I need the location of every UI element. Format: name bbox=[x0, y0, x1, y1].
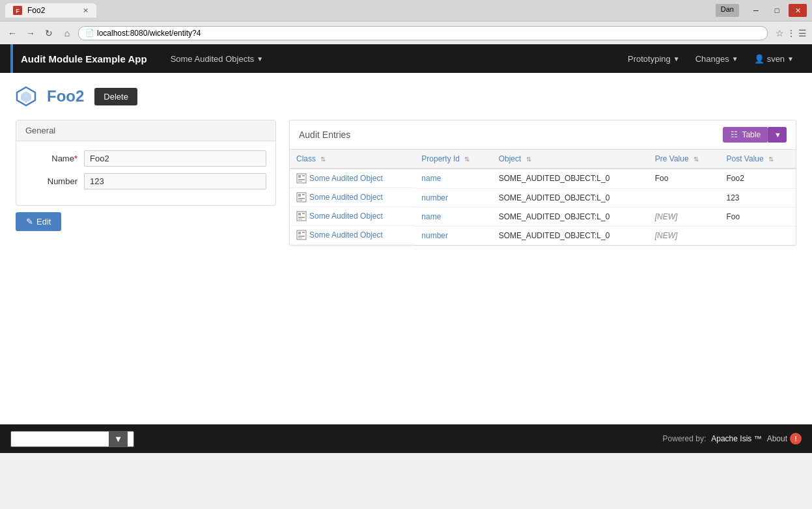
url-bar[interactable]: 📄 localhost:8080/wicket/entity?4 bbox=[78, 26, 768, 40]
edit-icon: ✎ bbox=[26, 217, 33, 227]
col-header-property-id[interactable]: Property Id ⇅ bbox=[415, 150, 492, 169]
svg-rect-18 bbox=[298, 219, 302, 219]
browser-titlebar: F Foo2 ✕ Dan ─ □ ✕ bbox=[0, 0, 812, 21]
cell-class[interactable]: Some Audited Object bbox=[290, 226, 415, 245]
table-view-controls: ☷ Table ▼ bbox=[723, 127, 787, 143]
browser-tab[interactable]: F Foo2 ✕ bbox=[5, 3, 96, 18]
cell-class[interactable]: Some Audited Object bbox=[290, 169, 415, 188]
page-header: Foo2 Delete bbox=[16, 86, 796, 107]
back-btn[interactable]: ← bbox=[5, 26, 20, 40]
nav-changes[interactable]: Changes ▼ bbox=[688, 46, 746, 72]
audit-panel: Audit Entries ☷ Table ▼ Class bbox=[289, 120, 796, 246]
nav-some-audited-objects[interactable]: Some Audited Objects ▼ bbox=[163, 46, 272, 72]
forward-btn[interactable]: → bbox=[23, 26, 38, 40]
svg-rect-12 bbox=[298, 198, 305, 199]
audit-panel-header: Audit Entries ☷ Table ▼ bbox=[290, 120, 796, 150]
svg-rect-10 bbox=[298, 194, 301, 197]
bookmark-icon[interactable]: ☆ bbox=[776, 28, 784, 38]
footer-search-input[interactable] bbox=[11, 432, 109, 446]
number-field-row: Number bbox=[25, 173, 266, 189]
table-row: Some Audited Object number SOME_AUDITED_… bbox=[290, 226, 796, 245]
row-icon bbox=[296, 173, 309, 184]
cell-class[interactable]: Some Audited Object bbox=[290, 188, 415, 207]
apache-isis-label: Apache Isis ™ bbox=[711, 434, 761, 443]
brand-accent bbox=[10, 44, 13, 73]
name-field-row: Name bbox=[25, 150, 266, 167]
table-icon: ☷ bbox=[731, 130, 738, 139]
col-header-object[interactable]: Object ⇅ bbox=[492, 150, 649, 169]
browser-chrome: F Foo2 ✕ Dan ─ □ ✕ ← → ↻ ⌂ 📄 localhost:8… bbox=[0, 0, 812, 44]
app-footer: ▼ Powered by: Apache Isis ™ About ! bbox=[0, 424, 812, 453]
dropdown-icon: ▼ bbox=[732, 55, 738, 62]
cell-property-id[interactable]: number bbox=[415, 226, 492, 245]
home-btn[interactable]: ⌂ bbox=[60, 26, 74, 40]
dropdown-icon: ▼ bbox=[257, 55, 263, 62]
tab-close-btn[interactable]: ✕ bbox=[83, 7, 89, 15]
powered-by-label: Powered by: bbox=[663, 434, 707, 443]
cell-pre-value: Foo bbox=[649, 169, 720, 188]
sort-icon-property: ⇅ bbox=[464, 156, 469, 163]
edit-button[interactable]: ✎ Edit bbox=[16, 212, 61, 231]
table-view-btn[interactable]: ☷ Table bbox=[723, 127, 768, 143]
entity-title: Foo2 bbox=[47, 87, 84, 105]
delete-button[interactable]: Delete bbox=[94, 88, 137, 105]
sort-icon-object: ⇅ bbox=[526, 156, 531, 163]
svg-marker-3 bbox=[21, 91, 31, 103]
user-badge: Dan bbox=[716, 4, 739, 17]
minimize-btn[interactable]: ─ bbox=[747, 4, 765, 17]
table-row: Some Audited Object number SOME_AUDITED_… bbox=[290, 188, 796, 207]
svg-rect-11 bbox=[302, 194, 305, 195]
new-tab-btn[interactable] bbox=[102, 4, 120, 17]
cell-post-value: Foo2 bbox=[720, 169, 796, 188]
window-controls: Dan ─ □ ✕ bbox=[716, 4, 807, 17]
menu-icon[interactable]: ☰ bbox=[798, 28, 807, 38]
svg-rect-8 bbox=[298, 181, 302, 182]
cell-property-id[interactable]: name bbox=[415, 169, 492, 188]
url-text: localhost:8080/wicket/entity?4 bbox=[97, 29, 201, 38]
cell-property-id[interactable]: name bbox=[415, 207, 492, 226]
audit-table: Class ⇅ Property Id ⇅ Object ⇅ bbox=[290, 150, 796, 245]
panels-row: General Name Number ✎ Edit bbox=[16, 120, 796, 246]
refresh-btn[interactable]: ↻ bbox=[42, 26, 56, 40]
footer-search-container: ▼ bbox=[10, 431, 134, 447]
nav-prototyping[interactable]: Prototyping ▼ bbox=[620, 46, 688, 72]
name-input[interactable] bbox=[84, 150, 266, 167]
maximize-btn[interactable]: □ bbox=[768, 4, 786, 17]
about-button[interactable]: About ! bbox=[767, 433, 802, 445]
svg-rect-16 bbox=[302, 213, 305, 214]
cell-pre-value bbox=[649, 188, 720, 207]
cell-object: SOME_AUDITED_OBJECT:L_0 bbox=[492, 226, 649, 245]
nav-user[interactable]: 👤 sven ▼ bbox=[746, 46, 802, 72]
address-bar: ← → ↻ ⌂ 📄 localhost:8080/wicket/entity?4… bbox=[0, 21, 812, 44]
svg-rect-6 bbox=[302, 175, 305, 176]
table-dropdown-btn[interactable]: ▼ bbox=[768, 127, 787, 143]
entity-icon bbox=[16, 86, 36, 107]
cell-post-value: 123 bbox=[720, 188, 796, 207]
general-panel-body: Name Number bbox=[16, 141, 275, 205]
name-label: Name bbox=[25, 154, 77, 163]
svg-rect-7 bbox=[298, 179, 305, 180]
general-panel-header: General bbox=[16, 120, 275, 141]
extensions-icon[interactable]: ⋮ bbox=[787, 28, 796, 38]
svg-rect-23 bbox=[298, 238, 302, 238]
table-row: Some Audited Object name SOME_AUDITED_OB… bbox=[290, 169, 796, 188]
number-input[interactable] bbox=[84, 173, 266, 189]
cell-class[interactable]: Some Audited Object bbox=[290, 207, 415, 226]
col-header-post-value[interactable]: Post Value ⇅ bbox=[720, 150, 796, 169]
cell-pre-value: [NEW] bbox=[649, 226, 720, 245]
lock-icon: 📄 bbox=[85, 29, 94, 37]
sort-icon-post: ⇅ bbox=[768, 156, 774, 163]
user-icon: 👤 bbox=[754, 54, 764, 64]
col-header-class[interactable]: Class ⇅ bbox=[290, 150, 415, 169]
svg-rect-15 bbox=[298, 213, 301, 215]
sort-icon-class: ⇅ bbox=[320, 156, 326, 163]
footer-search-dropdown[interactable]: ▼ bbox=[109, 432, 128, 447]
row-icon bbox=[296, 230, 309, 240]
col-header-pre-value[interactable]: Pre Value ⇅ bbox=[649, 150, 720, 169]
about-warning-icon: ! bbox=[790, 433, 802, 445]
svg-rect-17 bbox=[298, 217, 305, 218]
cell-property-id[interactable]: number bbox=[415, 188, 492, 207]
cell-object: SOME_AUDITED_OBJECT:L_0 bbox=[492, 169, 649, 188]
svg-text:F: F bbox=[16, 8, 20, 14]
close-btn[interactable]: ✕ bbox=[789, 4, 807, 17]
